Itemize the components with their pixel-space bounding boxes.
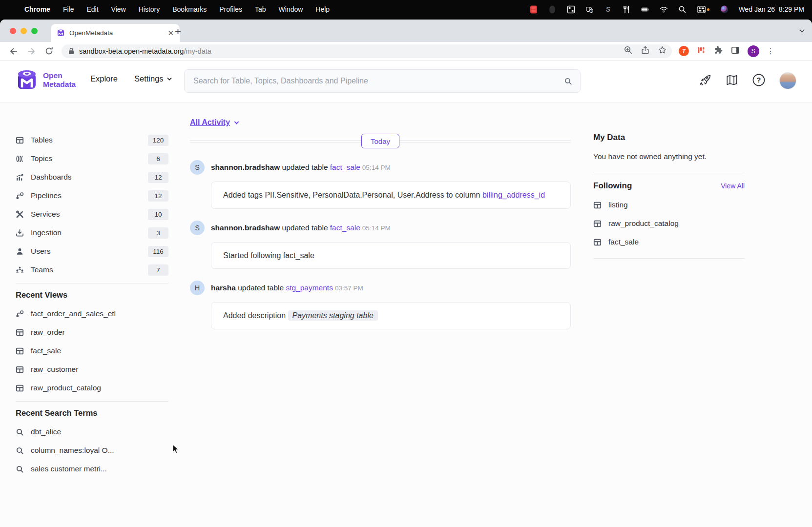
avatar[interactable]: S — [190, 160, 205, 175]
bookmark-star-icon[interactable] — [658, 45, 667, 57]
reload-button[interactable] — [42, 44, 56, 59]
feed-card[interactable]: Added description Payments staging table — [211, 302, 571, 329]
table-icon — [16, 328, 24, 337]
menu-window[interactable]: Window — [279, 5, 303, 13]
mic-status-icon[interactable] — [548, 5, 557, 14]
recent-view-item[interactable]: fact_order_and_sales_etl — [16, 304, 168, 323]
count-badge: 3 — [148, 227, 168, 239]
avatar[interactable]: H — [190, 281, 205, 295]
following-item[interactable]: fact_sale — [593, 233, 745, 251]
menu-tab[interactable]: Tab — [255, 5, 266, 13]
feed-card[interactable]: Started following fact_sale — [211, 242, 571, 269]
zoom-page-icon[interactable] — [624, 45, 633, 57]
recent-search-item[interactable]: sales customer metri... — [16, 460, 168, 478]
back-button[interactable] — [6, 44, 21, 59]
nav-explore[interactable]: Explore — [90, 74, 118, 83]
help-icon[interactable]: ? — [752, 73, 766, 89]
openmetadata-logo[interactable]: Open Metadata — [16, 69, 76, 91]
browser-menu-icon[interactable]: ⋮ — [767, 50, 770, 52]
sidebar-item-services[interactable]: Services 10 — [16, 205, 168, 223]
url-text[interactable]: sandbox-beta.open-metadata.org/my-data — [79, 47, 211, 55]
count-badge: 12 — [148, 190, 168, 202]
tab-close-icon[interactable]: ✕ — [167, 29, 174, 37]
close-window-button[interactable] — [10, 28, 16, 34]
menu-history[interactable]: History — [139, 5, 160, 13]
docker-status-icon[interactable]: ! — [585, 5, 594, 14]
menu-bookmarks[interactable]: Bookmarks — [172, 5, 207, 13]
s-app-icon[interactable]: S — [604, 5, 612, 14]
address-bar[interactable]: sandbox-beta.open-metadata.org/my-data — [62, 44, 672, 58]
menu-file[interactable]: File — [63, 5, 74, 13]
following-item[interactable]: raw_product_catalog — [593, 214, 745, 233]
wifi-icon[interactable] — [660, 5, 668, 14]
avatar[interactable]: S — [190, 221, 205, 235]
following-item[interactable]: listing — [593, 196, 745, 214]
extension-t-icon[interactable]: T — [679, 46, 689, 56]
sidebar-item-label: Ingestion — [31, 228, 62, 237]
count-badge: 10 — [148, 209, 168, 220]
recent-view-item[interactable]: fact_sale — [16, 342, 168, 360]
share-icon[interactable] — [641, 45, 650, 57]
spotlight-icon[interactable] — [678, 5, 687, 14]
global-search-input[interactable] — [192, 76, 564, 86]
recent-view-item[interactable]: raw_customer — [16, 360, 168, 379]
entity-link[interactable]: fact_sale — [330, 223, 360, 232]
following-label: fact_sale — [608, 238, 639, 246]
menu-profiles[interactable]: Profiles — [219, 5, 242, 13]
forward-button[interactable] — [24, 44, 39, 59]
tab-search-chevron-icon[interactable] — [799, 27, 805, 36]
user-avatar[interactable] — [779, 72, 796, 89]
entity-link[interactable]: fact_sale — [330, 163, 360, 171]
utilities-icon[interactable] — [623, 5, 631, 14]
sidebar-item-teams[interactable]: Teams 7 — [16, 261, 168, 279]
sidebar-item-ingestion[interactable]: Ingestion 3 — [16, 223, 168, 242]
table-icon — [593, 220, 602, 228]
control-center-icon[interactable] — [697, 5, 710, 14]
column-link[interactable]: billing_address_id — [482, 191, 545, 199]
sidebar-item-users[interactable]: Users 116 — [16, 242, 168, 261]
side-panel-icon[interactable] — [730, 45, 740, 57]
recent-search-label: dbt_alice — [31, 427, 61, 436]
browser-tab[interactable]: OpenMetadata ✕ — [51, 24, 180, 42]
feed-filter-dropdown[interactable]: All Activity — [190, 117, 571, 128]
sidebar-item-pipelines[interactable]: Pipelines 12 — [16, 186, 168, 205]
siri-icon[interactable] — [720, 5, 729, 14]
menu-view[interactable]: View — [111, 5, 126, 13]
browser-profile-avatar[interactable]: S — [748, 45, 759, 57]
menu-help[interactable]: Help — [315, 5, 330, 13]
recent-view-item[interactable]: raw_order — [16, 323, 168, 342]
tour-map-icon[interactable] — [726, 74, 738, 88]
table-icon — [16, 136, 24, 144]
table-icon — [593, 201, 602, 209]
view-all-link[interactable]: View All — [721, 182, 745, 190]
window-controls — [10, 28, 38, 34]
my-data-title: My Data — [593, 133, 745, 142]
search-icon[interactable] — [564, 77, 572, 85]
menu-edit[interactable]: Edit — [86, 5, 98, 13]
extension-stripes-icon[interactable] — [696, 45, 706, 57]
topics-icon — [16, 155, 24, 163]
recent-view-item[interactable]: raw_product_catalog — [16, 379, 168, 397]
table-icon — [16, 384, 24, 392]
recent-search-item[interactable]: column_names:loyal O... — [16, 441, 168, 460]
sidebar-item-tables[interactable]: Tables 120 — [16, 131, 168, 149]
minimize-window-button[interactable] — [21, 28, 27, 34]
whats-new-rocket-icon[interactable] — [699, 74, 712, 88]
screen-recorder-icon[interactable] — [530, 5, 538, 14]
menubar-app-name[interactable]: Chrome — [24, 5, 50, 13]
browser-window: OpenMetadata ✕ + sandbox-beta.open-metad… — [0, 20, 812, 527]
openmetadata-logo-icon — [16, 69, 38, 91]
nav-settings[interactable]: Settings — [134, 74, 172, 83]
maximize-window-button[interactable] — [31, 28, 38, 34]
feed-card[interactable]: Added tags PII.Sensitive, PersonalData.P… — [211, 182, 571, 209]
sidebar-item-topics[interactable]: Topics 6 — [16, 149, 168, 168]
recent-search-item[interactable]: dbt_alice — [16, 423, 168, 441]
extensions-puzzle-icon[interactable] — [713, 45, 723, 57]
screen: Chrome File Edit View History Bookmarks … — [0, 0, 812, 527]
entity-link[interactable]: stg_payments — [286, 284, 333, 292]
window-manager-icon[interactable] — [567, 5, 575, 14]
battery-icon[interactable] — [641, 5, 649, 14]
sidebar-item-dashboards[interactable]: Dashboards 12 — [16, 168, 168, 186]
menubar-clock[interactable]: Wed Jan 26 8:29 PM — [739, 5, 804, 13]
new-tab-button[interactable]: + — [175, 26, 181, 37]
